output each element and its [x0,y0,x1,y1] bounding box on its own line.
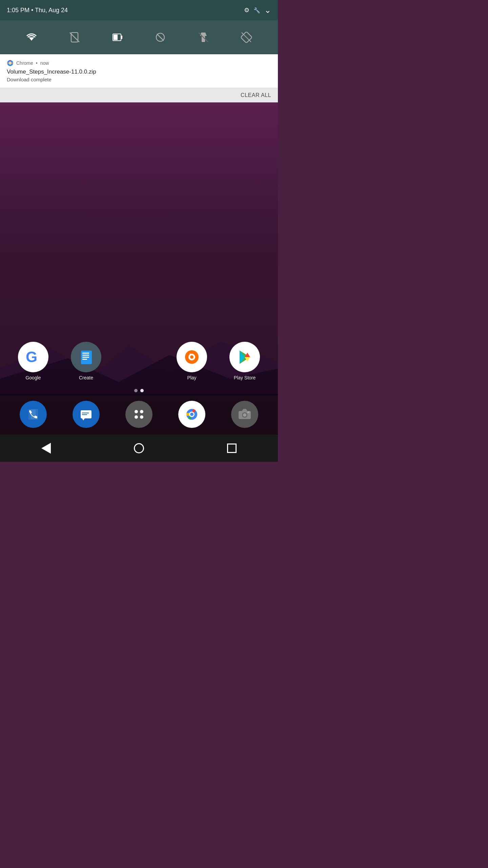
home-button[interactable] [134,443,144,453]
svg-line-7 [157,34,164,41]
svg-point-35 [135,410,138,413]
status-icons: ⚙ 🔧 ⌄ [244,5,271,15]
google-icon: G [24,348,43,367]
page-dot-1 [134,389,138,392]
app-play[interactable]: ♪ Play [165,338,218,384]
messages-icon [79,407,94,422]
dock-phone[interactable] [20,401,47,428]
clear-all-bar: CLEAR ALL [0,88,278,102]
app-play-store-label: Play Store [234,375,256,380]
launcher-icon [131,407,146,422]
dock-camera[interactable] [231,401,258,428]
app-create-label: Create [79,375,93,380]
app-create[interactable]: Create [60,338,113,384]
notification-app-name: Chrome [16,60,33,66]
svg-rect-34 [82,414,87,415]
navigation-bar [0,435,278,462]
svg-point-36 [140,410,143,413]
svg-rect-47 [247,412,249,413]
dock-chrome[interactable] [178,401,205,428]
svg-marker-32 [82,418,85,420]
date: Thu, Aug 24 [35,7,68,14]
dock-messages[interactable] [73,401,100,428]
svg-rect-17 [82,353,89,354]
battery-icon [111,31,124,43]
chrome-dock-icon [184,407,199,422]
app-slot-empty [113,338,165,384]
svg-rect-18 [82,355,89,356]
svg-line-12 [242,33,251,42]
svg-text:♪: ♪ [189,352,191,356]
svg-rect-4 [121,36,122,39]
app-google-label: Google [25,375,41,380]
back-button[interactable] [41,443,51,454]
no-dnd-icon[interactable] [154,31,166,43]
clear-all-button[interactable]: CLEAR ALL [241,92,271,98]
status-time-date: 1:05 PM • Thu, Aug 24 [7,7,68,14]
camera-icon [237,407,252,422]
svg-rect-20 [82,359,87,360]
notification-panel: Chrome • now Volume_Steps_Increase-11.0.… [0,54,278,88]
wifi-icon[interactable] [25,31,38,43]
phone-icon [26,407,41,422]
settings-icon[interactable]: ⚙ [244,6,249,14]
svg-rect-19 [82,357,89,358]
chevron-down-icon[interactable]: ⌄ [264,5,271,15]
no-sim-icon[interactable] [68,31,81,43]
play-music-icon: ♪ [183,348,201,367]
play-store-icon [236,348,254,367]
notification-dot: • [36,60,38,66]
notification-body: Download complete [7,77,271,82]
app-google[interactable]: G Google [7,338,60,384]
recent-apps-button[interactable] [227,443,237,453]
no-rotation-icon[interactable] [240,31,252,43]
time: 1:05 PM [7,7,29,14]
notification-time: now [40,60,49,66]
dock [0,394,278,435]
flashlight-off-icon[interactable] [197,31,209,43]
status-bar: 1:05 PM • Thu, Aug 24 ⚙ 🔧 ⌄ [0,0,278,20]
svg-point-38 [140,415,143,419]
svg-point-37 [135,415,138,419]
separator: • [31,7,35,14]
create-icon [77,348,96,367]
wrench-icon: 🔧 [253,7,260,14]
svg-text:G: G [26,349,37,365]
svg-marker-0 [29,37,34,41]
page-dot-2 [140,389,144,392]
svg-point-42 [190,413,194,416]
notification-title: Volume_Steps_Increase-11.0.0.zip [7,68,271,75]
home-screen: G Google Create [0,102,278,435]
app-grid: G Google Create [0,338,278,384]
page-indicators [134,389,144,392]
svg-rect-5 [114,35,118,40]
quick-settings-panel [0,20,278,54]
app-play-label: Play [187,375,196,380]
notification-source: Chrome • now [7,60,49,66]
app-play-store[interactable]: Play Store [218,338,271,384]
svg-marker-44 [242,409,247,411]
chrome-icon [7,60,14,66]
svg-rect-33 [82,413,89,413]
svg-point-46 [243,413,246,417]
dock-launcher[interactable] [125,401,152,428]
